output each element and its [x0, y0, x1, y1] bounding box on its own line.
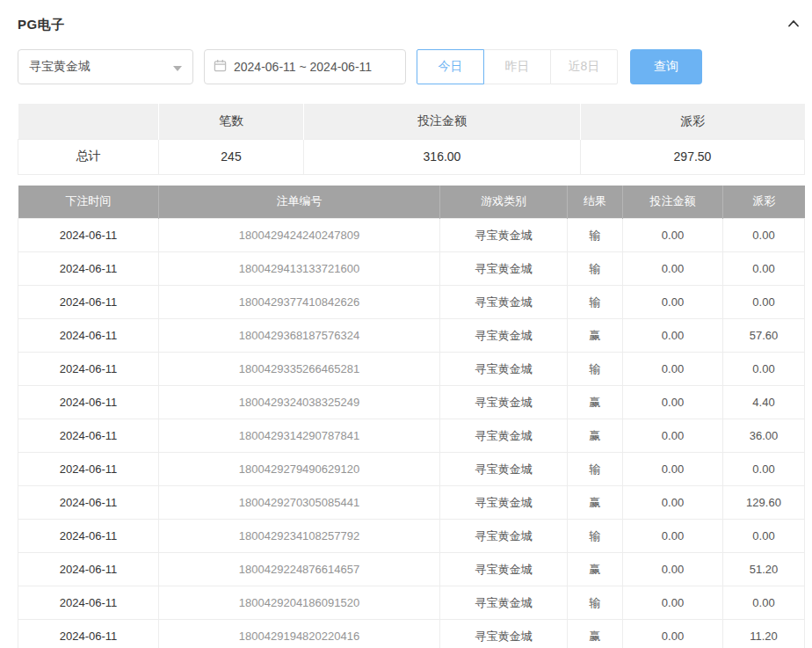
table-cell: 寻宝黄金城 [440, 252, 568, 286]
table-row: 2024-06-111800429368187576324寻宝黄金城赢0.005… [18, 319, 805, 353]
table-cell: 1800429424240247809 [159, 219, 440, 252]
chevron-up-icon [787, 17, 801, 33]
table-cell: 0.00 [623, 419, 723, 453]
table-cell: 赢 [568, 419, 623, 453]
table-cell: 1800429368187576324 [159, 319, 440, 353]
game-select[interactable]: 寻宝黄金城 [18, 49, 193, 84]
table-header-cell: 注单编号 [159, 186, 440, 219]
table-cell: 寻宝黄金城 [440, 620, 568, 648]
table-cell: 寻宝黄金城 [440, 486, 568, 520]
table-cell: 2024-06-11 [18, 419, 159, 453]
page-title: PG电子 [18, 17, 65, 33]
summary-total-row: 总计245316.00297.50 [18, 139, 805, 174]
table-cell: 1800429324038325249 [159, 386, 440, 419]
table-row: 2024-06-111800429194820220416寻宝黄金城赢0.001… [18, 620, 805, 648]
table-header-cell: 派彩 [723, 186, 805, 219]
table-cell: 36.00 [723, 419, 805, 453]
table-cell: 寻宝黄金城 [440, 520, 568, 553]
table-cell: 1800429270305085441 [159, 486, 440, 520]
table-cell: 0.00 [623, 286, 723, 319]
table-cell: 赢 [568, 486, 623, 520]
table-cell: 1800429204186091520 [159, 586, 440, 620]
table-cell: 输 [568, 520, 623, 553]
table-cell: 寻宝黄金城 [440, 386, 568, 419]
table-cell: 1800429224876614657 [159, 553, 440, 586]
summary-header-cell: 投注金额 [304, 104, 581, 139]
table-cell: 0.00 [623, 586, 723, 620]
pg-games-panel: PG电子 寻宝黄金城 2024-06-11 ~ 2024-06-11 今 [0, 0, 812, 648]
table-cell: 寻宝黄金城 [440, 553, 568, 586]
table-cell: 寻宝黄金城 [440, 586, 568, 620]
game-select-value: 寻宝黄金城 [29, 59, 91, 75]
table-cell: 0.00 [723, 219, 805, 252]
table-cell: 2024-06-11 [18, 553, 159, 586]
calendar-icon [214, 59, 227, 75]
date-range-picker[interactable]: 2024-06-11 ~ 2024-06-11 [204, 49, 406, 84]
table-row: 2024-06-111800429335266465281寻宝黄金城输0.000… [18, 353, 805, 386]
table-cell: 2024-06-11 [18, 486, 159, 520]
table-cell: 0.00 [623, 252, 723, 286]
table-header-cell: 投注金额 [623, 186, 723, 219]
table-cell: 2024-06-11 [18, 252, 159, 286]
table-cell: 1800429279490629120 [159, 453, 440, 486]
summary-cell: 316.00 [304, 139, 581, 174]
table-cell: 输 [568, 252, 623, 286]
table-cell: 0.00 [623, 219, 723, 252]
table-cell: 0.00 [623, 520, 723, 553]
table-cell: 57.60 [723, 319, 805, 353]
table-cell: 2024-06-11 [18, 286, 159, 319]
table-row: 2024-06-111800429204186091520寻宝黄金城输0.000… [18, 586, 805, 620]
bet-header-row: 下注时间注单编号游戏类别结果投注金额派彩 [18, 186, 805, 219]
table-cell: 寻宝黄金城 [440, 353, 568, 386]
summary-header-cell [18, 104, 159, 139]
summary-cell: 总计 [18, 139, 159, 174]
summary-header-cell: 派彩 [581, 104, 805, 139]
table-row: 2024-06-111800429314290787841寻宝黄金城赢0.003… [18, 419, 805, 453]
panel-header: PG电子 [18, 0, 804, 49]
quick-filter-button-0[interactable]: 今日 [417, 49, 484, 84]
table-cell: 51.20 [723, 553, 805, 586]
table-cell: 2024-06-11 [18, 353, 159, 386]
table-row: 2024-06-111800429324038325249寻宝黄金城赢0.004… [18, 386, 805, 419]
table-cell: 2024-06-11 [18, 620, 159, 648]
table-cell: 赢 [568, 553, 623, 586]
table-cell: 0.00 [623, 386, 723, 419]
table-cell: 1800429335266465281 [159, 353, 440, 386]
table-row: 2024-06-111800429270305085441寻宝黄金城赢0.001… [18, 486, 805, 520]
summary-header-cell: 笔数 [159, 104, 304, 139]
table-cell: 输 [568, 353, 623, 386]
table-cell: 0.00 [723, 586, 805, 620]
table-cell: 1800429234108257792 [159, 520, 440, 553]
quick-filter-button-1[interactable]: 昨日 [483, 49, 551, 84]
summary-cell: 245 [159, 139, 304, 174]
chevron-down-icon [173, 60, 182, 74]
collapse-panel-button[interactable] [783, 14, 804, 35]
table-row: 2024-06-111800429279490629120寻宝黄金城输0.000… [18, 453, 805, 486]
table-cell: 0.00 [723, 286, 805, 319]
table-cell: 2024-06-11 [18, 453, 159, 486]
table-cell: 寻宝黄金城 [440, 286, 568, 319]
table-cell: 输 [568, 219, 623, 252]
table-row: 2024-06-111800429424240247809寻宝黄金城输0.000… [18, 219, 805, 252]
summary-header-row: 笔数投注金额派彩 [18, 104, 805, 139]
table-cell: 0.00 [623, 319, 723, 353]
table-cell: 寻宝黄金城 [440, 453, 568, 486]
table-cell: 输 [568, 586, 623, 620]
table-cell: 2024-06-11 [18, 520, 159, 553]
table-row: 2024-06-111800429224876614657寻宝黄金城赢0.005… [18, 553, 805, 586]
summary-table: 笔数投注金额派彩 总计245316.00297.50 [18, 104, 805, 175]
table-cell: 0.00 [623, 620, 723, 648]
table-cell: 0.00 [623, 453, 723, 486]
search-button[interactable]: 查询 [630, 49, 702, 84]
table-row: 2024-06-111800429413133721600寻宝黄金城输0.000… [18, 252, 805, 286]
quick-filter-button-2[interactable]: 近8日 [550, 49, 618, 84]
table-cell: 1800429194820220416 [159, 620, 440, 648]
table-cell: 1800429314290787841 [159, 419, 440, 453]
table-cell: 寻宝黄金城 [440, 419, 568, 453]
table-cell: 1800429377410842626 [159, 286, 440, 319]
table-cell: 赢 [568, 620, 623, 648]
table-row: 2024-06-111800429234108257792寻宝黄金城输0.000… [18, 520, 805, 553]
table-row: 2024-06-111800429377410842626寻宝黄金城输0.000… [18, 286, 805, 319]
table-header-cell: 游戏类别 [440, 186, 568, 219]
bet-records-table: 下注时间注单编号游戏类别结果投注金额派彩 2024-06-11180042942… [18, 186, 805, 648]
